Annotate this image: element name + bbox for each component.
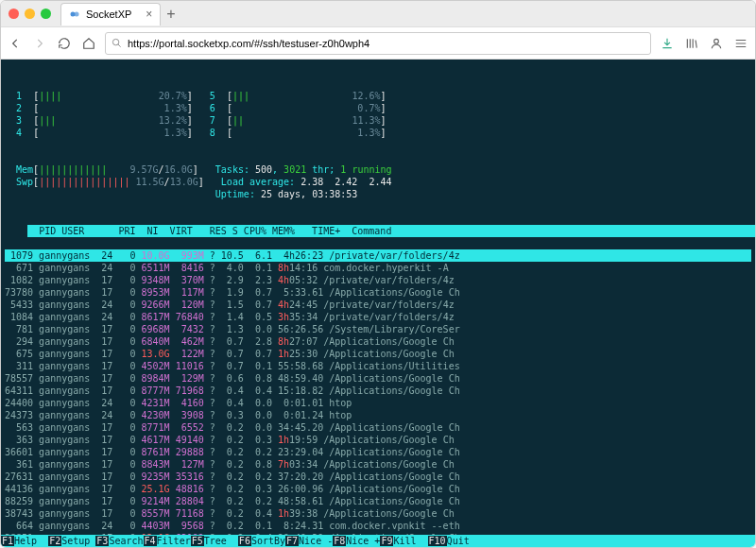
url-input[interactable] bbox=[128, 38, 644, 49]
download-icon[interactable] bbox=[661, 37, 674, 50]
new-tab-button[interactable]: + bbox=[166, 6, 175, 23]
minimize-icon[interactable] bbox=[25, 9, 35, 19]
process-row[interactable]: 1082 gannygans 17 0 9348M 370M ? 2.9 2.3… bbox=[5, 274, 751, 286]
process-row[interactable]: 563 gannygans 17 0 8771M 6552 ? 0.2 0.0 … bbox=[5, 421, 751, 434]
process-row[interactable]: 88259 gannygans 17 0 9214M 28804 ? 0.2 0… bbox=[5, 495, 751, 507]
process-row[interactable]: 64311 gannygans 17 0 8777M 71968 ? 0.4 0… bbox=[5, 385, 751, 397]
close-tab-icon[interactable]: × bbox=[146, 8, 152, 21]
site-favicon-icon bbox=[69, 9, 80, 20]
process-row[interactable]: 363 gannygans 17 0 4617M 49140 ? 0.2 0.3… bbox=[5, 434, 751, 446]
process-row[interactable]: 294 gannygans 17 0 6840M 462M ? 0.7 2.8 … bbox=[5, 335, 751, 348]
cpu-meters: 1 [|||| 20.7%] 5 [||| 12.6%] 2 [ 1.3%] 6… bbox=[5, 90, 751, 139]
process-list[interactable]: 1079 gannygans 24 0 10.0G 993M ? 10.5 6.… bbox=[5, 249, 751, 535]
process-row[interactable]: 27631 gannygans 17 0 9235M 35316 ? 0.2 0… bbox=[5, 471, 751, 483]
maximize-icon[interactable] bbox=[41, 9, 51, 19]
svg-point-2 bbox=[112, 39, 118, 44]
process-row[interactable]: 311 gannygans 17 0 4502M 11016 ? 0.7 0.1… bbox=[5, 360, 751, 372]
process-row[interactable]: 1079 gannygans 24 0 10.0G 993M ? 10.5 6.… bbox=[5, 249, 751, 262]
mem-meter: Mem[|||||||||||| 9.57G/16.0G] Tasks: 500… bbox=[5, 163, 751, 200]
browser-window: SocketXP × + 1 [|||| 20.7%] 5 [||| bbox=[0, 0, 756, 548]
close-icon[interactable] bbox=[9, 9, 19, 19]
process-row[interactable]: 781 gannygans 17 0 6968M 7432 ? 1.3 0.0 … bbox=[5, 323, 751, 335]
search-icon bbox=[112, 38, 122, 48]
process-row[interactable]: 361 gannygans 17 0 8843M 127M ? 0.2 0.8 … bbox=[5, 458, 751, 471]
process-row[interactable]: 671 gannygans 24 0 6511M 8416 ? 4.0 0.1 … bbox=[5, 262, 751, 274]
toolbar-right bbox=[661, 37, 747, 50]
process-row[interactable]: 5433 gannygans 24 0 9266M 120M ? 1.5 0.7… bbox=[5, 299, 751, 311]
process-row[interactable]: 38743 gannygans 17 0 8557M 71168 ? 0.2 0… bbox=[5, 507, 751, 520]
process-row[interactable]: 24400 gannygans 24 0 4231M 4160 ? 0.4 0.… bbox=[5, 397, 751, 409]
function-key-bar[interactable]: F1Help F2Setup F3SearchF4FilterF5Tree F6… bbox=[1, 535, 755, 547]
process-row[interactable]: 24373 gannygans 24 0 4230M 3908 ? 0.3 0.… bbox=[5, 409, 751, 421]
menu-icon[interactable] bbox=[734, 37, 747, 50]
column-header[interactable]: PID USER PRI NI VIRT RES S CPU% MEM% TIM… bbox=[27, 225, 755, 237]
process-row[interactable]: 36601 gannygans 17 0 8761M 29888 ? 0.2 0… bbox=[5, 446, 751, 458]
process-row[interactable]: 44136 gannygans 17 0 25.1G 48816 ? 0.2 0… bbox=[5, 483, 751, 495]
account-icon[interactable] bbox=[710, 37, 723, 50]
terminal[interactable]: 1 [|||| 20.7%] 5 [||| 12.6%] 2 [ 1.3%] 6… bbox=[1, 60, 755, 535]
library-icon[interactable] bbox=[685, 37, 698, 50]
process-row[interactable]: 664 gannygans 24 0 4403M 9568 ? 0.2 0.1 … bbox=[5, 520, 751, 532]
svg-point-1 bbox=[75, 12, 79, 17]
process-row[interactable]: 675 gannygans 17 0 13.0G 122M ? 0.7 0.7 … bbox=[5, 348, 751, 360]
browser-tab[interactable]: SocketXP × bbox=[60, 3, 161, 26]
process-row[interactable]: 1084 gannygans 24 0 8617M 76840 ? 1.4 0.… bbox=[5, 311, 751, 323]
home-icon[interactable] bbox=[82, 37, 95, 50]
reload-icon[interactable] bbox=[58, 37, 71, 50]
nav-controls bbox=[9, 37, 95, 50]
back-icon[interactable] bbox=[9, 37, 22, 50]
process-row[interactable]: 78557 gannygans 17 0 8984M 129M ? 0.6 0.… bbox=[5, 372, 751, 385]
address-bar bbox=[1, 27, 755, 60]
window-controls bbox=[9, 9, 51, 19]
tab-title: SocketXP bbox=[86, 9, 131, 20]
titlebar: SocketXP × + bbox=[1, 1, 755, 27]
process-row[interactable]: 73780 gannygans 17 0 8953M 117M ? 1.9 0.… bbox=[5, 286, 751, 299]
process-row[interactable]: 38851 gannygans 17 0 13.1G 63192 ? 0.2 0… bbox=[5, 532, 751, 535]
forward-icon[interactable] bbox=[33, 37, 46, 50]
url-box[interactable] bbox=[105, 32, 651, 55]
svg-point-3 bbox=[714, 39, 719, 43]
